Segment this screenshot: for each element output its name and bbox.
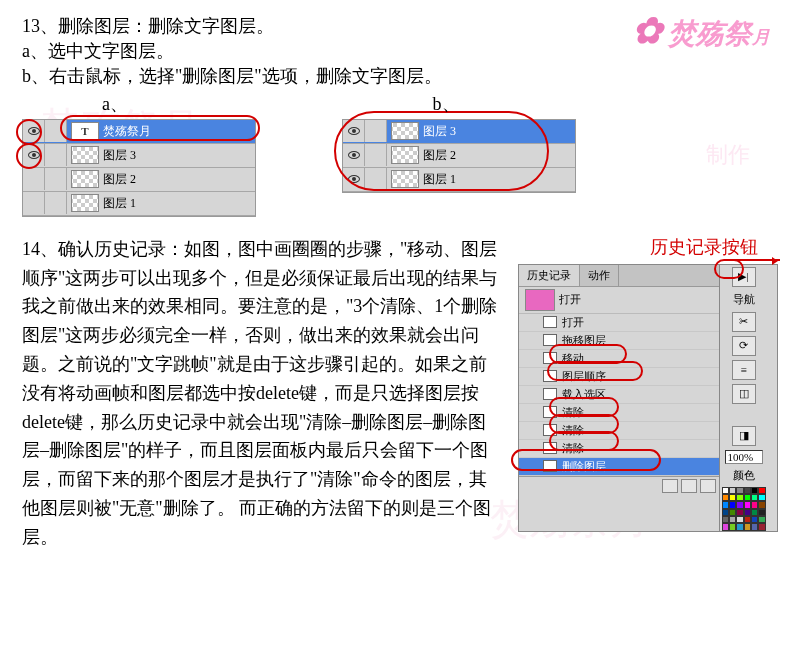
color-swatch[interactable] xyxy=(722,509,729,516)
layer-thumb xyxy=(71,194,99,212)
color-swatch[interactable] xyxy=(722,487,729,494)
color-swatch[interactable] xyxy=(729,523,736,530)
layers-panel-b: 图层 3 图层 2 图层 1 xyxy=(342,119,576,193)
color-swatch[interactable] xyxy=(758,523,765,530)
color-label: 颜色 xyxy=(733,468,755,483)
color-swatch[interactable] xyxy=(751,487,758,494)
layer-name: 图层 2 xyxy=(423,147,456,164)
history-delete-button[interactable] xyxy=(700,479,716,493)
toolbar-icon[interactable]: ◨ xyxy=(732,426,756,446)
history-item[interactable]: 移动 xyxy=(519,350,719,368)
layer-row[interactable]: 图层 2 xyxy=(343,144,575,168)
text-layer-thumb: T xyxy=(71,122,99,140)
layers-panel-a: T 焚殇祭月 图层 3 图层 2 图层 1 xyxy=(22,119,256,217)
color-swatch[interactable] xyxy=(736,516,743,523)
toolbar-icon[interactable]: ✂ xyxy=(732,312,756,332)
color-swatches[interactable] xyxy=(722,487,766,531)
step13-sub-a: a、选中文字图层。 xyxy=(22,39,778,64)
color-swatch[interactable] xyxy=(751,494,758,501)
color-swatch[interactable] xyxy=(744,487,751,494)
history-item[interactable]: 清除 xyxy=(519,422,719,440)
color-swatch[interactable] xyxy=(758,487,765,494)
layer-row[interactable]: 图层 1 xyxy=(23,192,255,216)
color-swatch[interactable] xyxy=(736,523,743,530)
color-swatch[interactable] xyxy=(729,509,736,516)
history-item[interactable]: 删除图层 xyxy=(519,458,719,476)
color-swatch[interactable] xyxy=(736,494,743,501)
history-button-label: 历史记录按钮 xyxy=(518,235,778,259)
history-item[interactable]: 拖移图层 xyxy=(519,332,719,350)
layer-row[interactable]: 图层 1 xyxy=(343,168,575,192)
visibility-icon[interactable] xyxy=(28,151,40,159)
layer-name: 图层 2 xyxy=(103,171,136,188)
navigator-label: 导航 xyxy=(732,291,756,308)
tab-actions[interactable]: 动作 xyxy=(580,265,619,286)
color-swatch[interactable] xyxy=(729,487,736,494)
document-thumb xyxy=(525,289,555,311)
color-swatch[interactable] xyxy=(744,523,751,530)
color-swatch[interactable] xyxy=(751,516,758,523)
color-swatch[interactable] xyxy=(744,509,751,516)
color-swatch[interactable] xyxy=(744,516,751,523)
layer-row[interactable]: T 焚殇祭月 xyxy=(23,120,255,144)
watermark-sub: 制作 xyxy=(706,140,750,170)
color-swatch[interactable] xyxy=(722,494,729,501)
document-name: 打开 xyxy=(559,292,581,307)
color-swatch[interactable] xyxy=(758,494,765,501)
color-swatch[interactable] xyxy=(736,487,743,494)
layer-thumb xyxy=(391,146,419,164)
expand-panel-button[interactable]: ▶| xyxy=(732,267,756,287)
toolbar-icon[interactable]: ◫ xyxy=(732,384,756,404)
visibility-icon[interactable] xyxy=(348,127,360,135)
step13-title: 13、删除图层：删除文字图层。 xyxy=(22,14,778,39)
color-swatch[interactable] xyxy=(729,501,736,508)
layer-name: 焚殇祭月 xyxy=(103,123,151,140)
history-document-row[interactable]: 打开 xyxy=(519,287,719,314)
layer-thumb xyxy=(391,170,419,188)
step14-text: 14、确认历史记录：如图，图中画圈圈的步骤，"移动、图层顺序"这两步可以出现多个… xyxy=(22,235,500,552)
tab-history[interactable]: 历史记录 xyxy=(519,265,580,286)
layer-name: 图层 1 xyxy=(103,195,136,212)
label-a: a、 xyxy=(102,92,128,117)
color-swatch[interactable] xyxy=(751,523,758,530)
color-swatch[interactable] xyxy=(758,509,765,516)
color-swatch[interactable] xyxy=(744,494,751,501)
layer-name: 图层 3 xyxy=(423,123,456,140)
color-swatch[interactable] xyxy=(758,501,765,508)
right-toolbar: ▶| 导航 ✂ ⟳ ≡ ◫ ◨ 100% 颜色 xyxy=(719,265,767,531)
color-swatch[interactable] xyxy=(729,516,736,523)
label-b: b、 xyxy=(433,92,460,117)
color-swatch[interactable] xyxy=(722,523,729,530)
visibility-icon[interactable] xyxy=(348,151,360,159)
layer-row[interactable]: 图层 3 xyxy=(343,120,575,144)
color-swatch[interactable] xyxy=(751,509,758,516)
layer-thumb xyxy=(71,146,99,164)
history-panel: 历史记录 动作 打开 打开 拖移图层 移动 图层顺序 载入选区 清除 清除 清除… xyxy=(519,265,719,531)
visibility-icon[interactable] xyxy=(28,127,40,135)
history-item[interactable]: 图层顺序 xyxy=(519,368,719,386)
layer-thumb xyxy=(71,170,99,188)
history-new-snapshot-button[interactable] xyxy=(662,479,678,493)
color-swatch[interactable] xyxy=(722,501,729,508)
history-item[interactable]: 打开 xyxy=(519,314,719,332)
toolbar-icon[interactable]: ≡ xyxy=(732,360,756,380)
color-swatch[interactable] xyxy=(744,501,751,508)
color-swatch[interactable] xyxy=(722,516,729,523)
toolbar-icon[interactable]: ⟳ xyxy=(732,336,756,356)
history-item[interactable]: 清除 xyxy=(519,440,719,458)
layer-name: 图层 1 xyxy=(423,171,456,188)
color-swatch[interactable] xyxy=(758,516,765,523)
layer-thumb xyxy=(391,122,419,140)
history-item[interactable]: 载入选区 xyxy=(519,386,719,404)
layer-row[interactable]: 图层 3 xyxy=(23,144,255,168)
color-swatch[interactable] xyxy=(751,501,758,508)
history-new-document-button[interactable] xyxy=(681,479,697,493)
color-swatch[interactable] xyxy=(736,501,743,508)
layer-row[interactable]: 图层 2 xyxy=(23,168,255,192)
color-swatch[interactable] xyxy=(736,509,743,516)
zoom-value[interactable]: 100% xyxy=(725,450,763,464)
color-swatch[interactable] xyxy=(729,494,736,501)
history-item[interactable]: 清除 xyxy=(519,404,719,422)
annotation-arrow xyxy=(730,259,780,261)
visibility-icon[interactable] xyxy=(348,175,360,183)
